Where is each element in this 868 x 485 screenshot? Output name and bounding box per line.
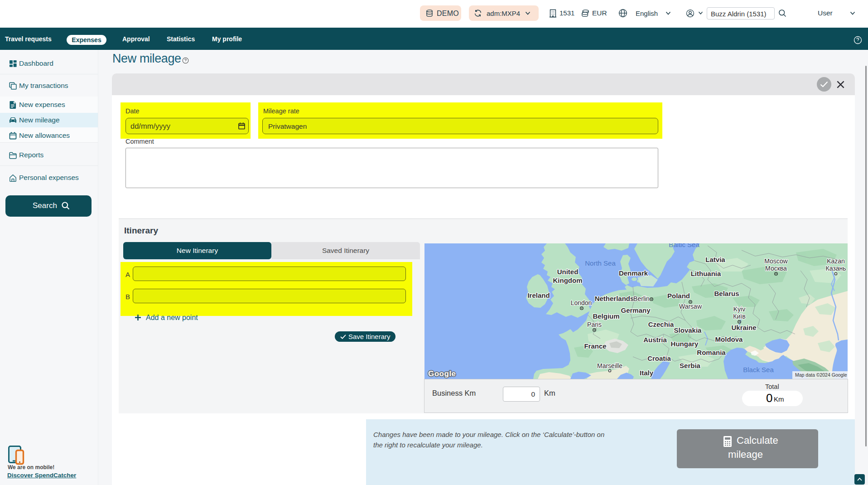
svg-text:Казань: Казань	[825, 265, 846, 272]
svg-text:North Sea: North Sea	[585, 259, 616, 267]
svg-text:Austria: Austria	[643, 336, 667, 344]
svg-text:Map data ©2024 Google: Map data ©2024 Google	[795, 372, 847, 378]
svg-text:Warsaw: Warsaw	[679, 303, 702, 310]
svg-text:Slovakia: Slovakia	[674, 326, 702, 334]
svg-text:Serbia: Serbia	[680, 362, 701, 369]
svg-text:Belgium: Belgium	[593, 312, 619, 320]
svg-text:Google: Google	[428, 369, 456, 378]
svg-text:France: France	[584, 342, 606, 350]
svg-text:Czechia: Czechia	[648, 320, 674, 328]
svg-text:Latvia: Latvia	[705, 256, 725, 263]
svg-text:Denmark: Denmark	[619, 269, 648, 277]
svg-text:Black Sea: Black Sea	[743, 366, 774, 373]
svg-text:Lithuania: Lithuania	[691, 270, 721, 277]
svg-text:United: United	[557, 268, 579, 276]
svg-text:Москва: Москва	[765, 265, 787, 272]
svg-text:Kazan: Kazan	[827, 257, 845, 265]
svg-text:Ireland: Ireland	[527, 291, 550, 299]
svg-text:Kyiv: Kyiv	[733, 306, 745, 313]
svg-text:Croatia: Croatia	[647, 354, 671, 362]
svg-text:Moscow: Moscow	[764, 257, 788, 265]
svg-text:Netherlands: Netherlands	[595, 295, 634, 302]
svg-text:Belarus: Belarus	[714, 290, 739, 297]
svg-text:Marseille: Marseille	[597, 362, 622, 369]
svg-text:Berlin: Berlin	[633, 295, 650, 302]
svg-text:Baltic Sea: Baltic Sea	[669, 243, 699, 248]
svg-text:London: London	[571, 299, 592, 306]
svg-text:Poland: Poland	[667, 292, 690, 300]
svg-text:Paris: Paris	[587, 321, 602, 328]
svg-text:Hungary: Hungary	[671, 340, 699, 348]
svg-text:Romania: Romania	[697, 349, 726, 356]
svg-text:Moldova: Moldova	[715, 335, 743, 343]
svg-text:Ukraine: Ukraine	[731, 324, 756, 331]
svg-text:Kingdom: Kingdom	[553, 276, 583, 284]
svg-text:Київ: Київ	[733, 313, 745, 320]
svg-text:Italy: Italy	[640, 369, 654, 377]
svg-text:Germany: Germany	[621, 306, 651, 314]
